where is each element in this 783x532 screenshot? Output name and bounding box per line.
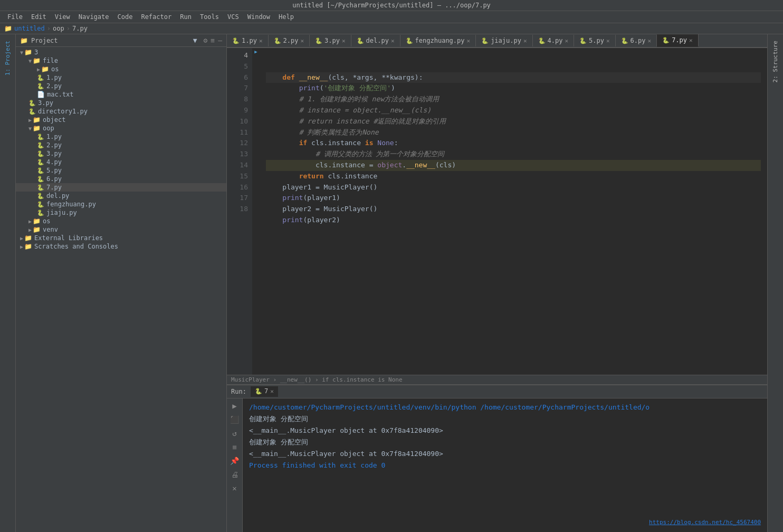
- project-panel: 📁 Project ▼ ⚙ ≡ — ▼📁3▼📁file▶📁os🐍1.py🐍2.p…: [16, 34, 227, 532]
- tab-icon-tdel: 🐍: [357, 37, 364, 44]
- tab-label-t3: 3.py: [324, 37, 340, 44]
- run-output-line-4: <__main__.MusicPlayer object at 0x7f8a41…: [249, 448, 761, 460]
- breadcrumb-item-1[interactable]: untitled: [14, 25, 45, 32]
- breadcrumb-item-2[interactable]: oop: [53, 25, 64, 32]
- sidebar-item-project[interactable]: 1: Project: [2, 36, 13, 80]
- right-panel-strip: 2: Structure: [767, 34, 783, 532]
- tree-item-1py_f[interactable]: 🐍1.py: [16, 73, 226, 82]
- tree-item-extlib[interactable]: ▶📁External Libraries: [16, 234, 226, 242]
- tab-tdel[interactable]: 🐍del.py✕: [351, 35, 400, 46]
- tree-item-os1[interactable]: ▶📁os: [16, 65, 226, 73]
- tab-close-t4[interactable]: ✕: [565, 37, 568, 44]
- tab-close-t2[interactable]: ✕: [300, 37, 304, 44]
- breadcrumb-item-3[interactable]: 7.py: [72, 25, 88, 32]
- minimize-icon[interactable]: —: [218, 36, 222, 44]
- tab-close-tfz[interactable]: ✕: [467, 37, 471, 44]
- tree-label-file: file: [43, 57, 58, 64]
- menu-item-edit[interactable]: Edit: [28, 12, 50, 22]
- run-stop-icon[interactable]: ⬛: [229, 414, 240, 425]
- tab-close-tjj[interactable]: ✕: [523, 37, 527, 44]
- tab-bar: 🐍1.py✕🐍2.py✕🐍3.py✕🐍del.py✕🐍fengzhuang.py…: [227, 34, 767, 48]
- tree-item-7py_o[interactable]: 🐍7.py: [16, 183, 226, 192]
- tree-label-4py_o: 4.py: [46, 158, 62, 166]
- settings-icon[interactable]: ⚙: [204, 36, 208, 44]
- run-close-icon[interactable]: ✕: [231, 483, 237, 493]
- tree-item-2py_o[interactable]: 🐍2.py: [16, 141, 226, 149]
- line-num-4: 4: [231, 50, 248, 61]
- run-print-icon[interactable]: 🖨: [230, 469, 240, 480]
- tab-t3[interactable]: 🐍3.py✕: [310, 35, 351, 46]
- tab-t6[interactable]: 🐍6.py✕: [616, 35, 657, 46]
- code-editor[interactable]: 456789101112131415161718 ▶ def __new__(c…: [227, 48, 767, 375]
- tree-label-del: del.py: [46, 192, 69, 200]
- menu-item-refactor[interactable]: Refactor: [138, 12, 175, 22]
- tab-icon-tfz: 🐍: [406, 37, 413, 44]
- tab-close-t6[interactable]: ✕: [648, 37, 652, 44]
- menu-item-file[interactable]: File: [4, 12, 26, 22]
- menu-icon[interactable]: ≡: [211, 36, 215, 44]
- tree-item-obj[interactable]: ▶📁object: [16, 116, 226, 124]
- tree-item-mactxt[interactable]: 📄mac.txt: [16, 90, 226, 99]
- run-tab-close[interactable]: ✕: [270, 388, 274, 395]
- menu-item-view[interactable]: View: [52, 12, 73, 22]
- project-panel-header: 📁 Project ▼ ⚙ ≡ —: [16, 34, 226, 47]
- project-tree: ▼📁3▼📁file▶📁os🐍1.py🐍2.py📄mac.txt🐍3.py🐍dir…: [16, 47, 226, 532]
- line-num-13: 13: [231, 149, 248, 160]
- tree-label-7py_o: 7.py: [46, 184, 62, 191]
- breadcrumb-status: MusicPlayer › __new__() › if cls.instanc…: [231, 376, 403, 383]
- tree-item-1py_o[interactable]: 🐍1.py: [16, 132, 226, 141]
- line-num-8: 8: [231, 94, 248, 105]
- line-num-5: 5: [231, 61, 248, 72]
- tree-item-os2[interactable]: ▶📁os: [16, 217, 226, 225]
- menu-item-help[interactable]: Help: [275, 12, 297, 22]
- tree-item-5py_o[interactable]: 🐍5.py: [16, 166, 226, 175]
- run-output-link[interactable]: https://blog.csdn.net/hc_4567400: [649, 518, 761, 528]
- tab-close-tdel[interactable]: ✕: [391, 37, 395, 44]
- tab-close-t7[interactable]: ✕: [689, 37, 693, 44]
- run-rerun-icon[interactable]: ↺: [231, 428, 237, 439]
- tab-t2[interactable]: 🐍2.py✕: [269, 35, 310, 46]
- tab-t1[interactable]: 🐍1.py✕: [227, 35, 269, 46]
- tree-item-oop[interactable]: ▼📁oop: [16, 124, 226, 132]
- menu-item-vcs[interactable]: VCS: [224, 12, 242, 22]
- run-play-icon[interactable]: ▶: [231, 401, 237, 411]
- tree-label-mactxt: mac.txt: [47, 91, 74, 98]
- tab-t5[interactable]: 🐍5.py✕: [574, 35, 616, 46]
- tree-item-fengzhuang[interactable]: 🐍fengzhuang.py: [16, 200, 226, 208]
- tab-close-t3[interactable]: ✕: [342, 37, 346, 44]
- tree-item-del[interactable]: 🐍del.py: [16, 192, 226, 200]
- gutter-line-5: [252, 59, 260, 70]
- tree-item-3py_o[interactable]: 🐍3.py: [16, 149, 226, 158]
- run-scroll-icon[interactable]: ≡: [231, 442, 237, 452]
- menu-item-tools[interactable]: Tools: [197, 12, 222, 22]
- code-content[interactable]: def __new__(cls, *args, **kwargs): print…: [260, 48, 767, 375]
- tab-tfz[interactable]: 🐍fengzhuang.py✕: [400, 35, 476, 46]
- tab-icon-t4: 🐍: [538, 37, 546, 44]
- run-pin-icon[interactable]: 📌: [229, 455, 240, 466]
- sidebar-item-structure[interactable]: 2: Structure: [770, 36, 781, 87]
- tree-item-4py_o[interactable]: 🐍4.py: [16, 158, 226, 166]
- tab-close-t5[interactable]: ✕: [606, 37, 610, 44]
- tree-item-2py_f[interactable]: 🐍2.py: [16, 82, 226, 90]
- run-output-line-0: /home/customer/PycharmProjects/untitled/…: [249, 402, 761, 413]
- menu-item-window[interactable]: Window: [244, 12, 273, 22]
- tree-item-file[interactable]: ▼📁file: [16, 56, 226, 65]
- tree-item-root[interactable]: ▼📁3: [16, 48, 226, 56]
- run-content: ▶ ⬛ ↺ ≡ 📌 🖨 ✕ /home/customer/PycharmProj…: [227, 398, 767, 532]
- menu-item-run[interactable]: Run: [177, 12, 195, 22]
- tab-close-t1[interactable]: ✕: [259, 37, 263, 44]
- tree-item-venv[interactable]: ▶📁venv: [16, 225, 226, 234]
- tab-label-tjj: jiaju.py: [491, 37, 521, 44]
- tab-t4[interactable]: 🐍4.py✕: [533, 35, 575, 46]
- tree-item-6py_o[interactable]: 🐍6.py: [16, 175, 226, 183]
- tree-item-jiaju[interactable]: 🐍jiaju.py: [16, 208, 226, 217]
- tab-t7[interactable]: 🐍7.py✕: [657, 34, 699, 47]
- tree-label-venv: venv: [43, 226, 58, 233]
- tree-item-3py_r[interactable]: 🐍3.py: [16, 99, 226, 107]
- tab-tjj[interactable]: 🐍jiaju.py✕: [476, 35, 532, 46]
- tree-item-scratches[interactable]: ▶📁Scratches and Consoles: [16, 242, 226, 251]
- menu-item-navigate[interactable]: Navigate: [75, 12, 112, 22]
- menu-item-code[interactable]: Code: [114, 12, 136, 22]
- run-tab-7[interactable]: 🐍 7 ✕: [251, 386, 278, 397]
- tree-item-dir1[interactable]: 🐍directory1.py: [16, 107, 226, 116]
